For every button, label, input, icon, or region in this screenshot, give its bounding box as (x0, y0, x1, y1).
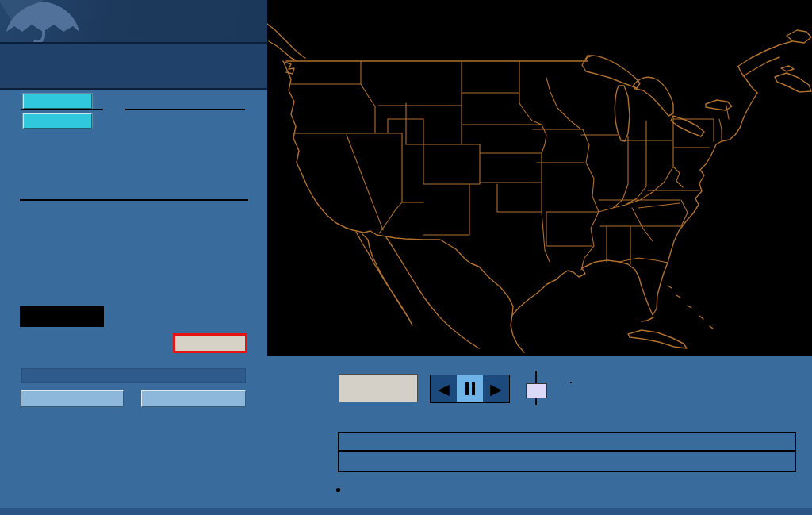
pause-icon (465, 382, 469, 395)
duration-options (570, 382, 572, 383)
header-band (0, 0, 267, 44)
text-reports-button[interactable] (23, 94, 92, 109)
month-grid (125, 109, 245, 110)
calendar-grid (20, 199, 248, 201)
calendar-corner-fill (20, 306, 104, 327)
us-map-outline (267, 0, 812, 356)
back-arrow-icon: ◀ (438, 382, 450, 397)
zoom-out-full-button[interactable] (21, 390, 124, 407)
zoom-out-x2-button[interactable] (141, 390, 246, 407)
window-end-marker[interactable] (330, 474, 346, 505)
umbrella-logo (0, 0, 87, 42)
bottom-edge (0, 508, 812, 515)
us-precipitation-map[interactable] (267, 0, 812, 356)
toolbar-band (0, 44, 267, 90)
forward-arrow-icon: ▶ (490, 382, 502, 397)
end-hour-next-day-button[interactable] (173, 333, 247, 353)
pause-button[interactable] (457, 375, 483, 402)
help-tutorial-button[interactable] (23, 113, 92, 129)
step-back-button[interactable]: ◀ (431, 375, 457, 402)
show-history-toggle[interactable] (339, 374, 418, 402)
speed-slider-handle[interactable] (526, 383, 547, 398)
time-strip-overview-bar[interactable] (338, 432, 796, 451)
status-bar (21, 368, 246, 383)
year-grid (21, 109, 103, 110)
time-strip-hour-bar[interactable] (338, 451, 796, 472)
playback-control: ◀ ▶ (430, 375, 510, 403)
step-forward-button[interactable]: ▶ (483, 375, 509, 402)
